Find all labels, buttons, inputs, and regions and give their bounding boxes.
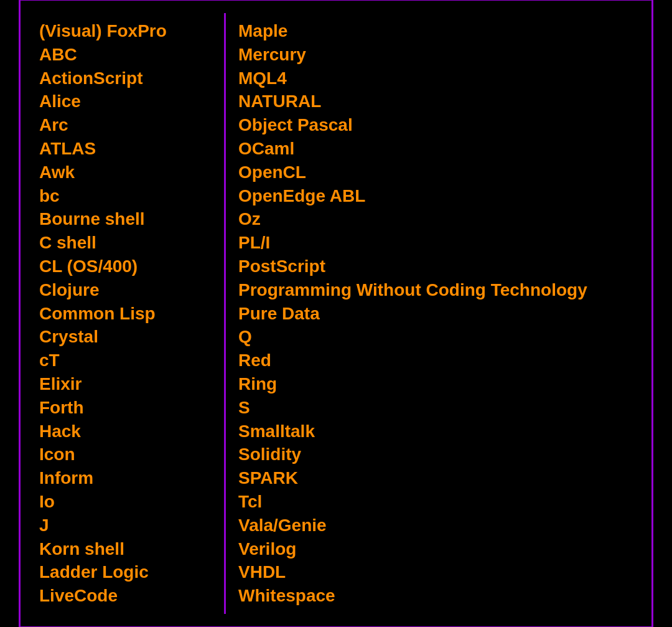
list-item: (Visual) FoxPro	[39, 19, 212, 43]
list-item: SPARK	[238, 466, 633, 490]
list-item: Awk	[39, 161, 212, 184]
list-item: Object Pascal	[238, 113, 633, 137]
list-item: Pure Data	[238, 302, 633, 326]
list-item: Bourne shell	[39, 207, 212, 231]
list-item: Solidity	[238, 443, 633, 466]
list-item: S	[238, 396, 633, 420]
list-item: CL (OS/400)	[39, 255, 212, 278]
list-item: Mercury	[238, 43, 633, 67]
list-item: Oz	[238, 207, 633, 231]
list-item: VHDL	[238, 560, 633, 584]
list-item: Q	[238, 325, 633, 349]
list-item: Crystal	[39, 325, 212, 349]
list-item: Common Lisp	[39, 302, 212, 326]
list-item: PostScript	[238, 255, 633, 278]
list-item: Whitespace	[238, 584, 633, 608]
list-item: NATURAL	[238, 90, 633, 113]
list-item: Programming Without Coding Technology	[238, 278, 633, 302]
list-item: MQL4	[238, 67, 633, 90]
list-item: Inform	[39, 466, 212, 490]
list-item: ABC	[39, 43, 212, 67]
list-item: Alice	[39, 90, 212, 113]
list-item: PL/I	[238, 231, 633, 255]
list-item: Forth	[39, 396, 212, 420]
list-item: ATLAS	[39, 137, 212, 161]
right-column: MapleMercuryMQL4NATURALObject PascalOCam…	[226, 13, 645, 614]
list-item: Maple	[238, 19, 633, 43]
list-item: Clojure	[39, 278, 212, 302]
list-item: Vala/Genie	[238, 514, 633, 537]
list-item: Arc	[39, 113, 212, 137]
list-item: C shell	[39, 231, 212, 255]
list-item: ActionScript	[39, 67, 212, 90]
list-item: Elixir	[39, 372, 212, 396]
list-item: Korn shell	[39, 537, 212, 561]
list-item: Red	[238, 349, 633, 372]
list-item: Io	[39, 490, 212, 514]
list-item: Ring	[238, 372, 633, 396]
list-item: cT	[39, 349, 212, 372]
main-container: (Visual) FoxProABCActionScriptAliceArcAT…	[19, 0, 653, 627]
list-item: bc	[39, 184, 212, 208]
list-item: Hack	[39, 420, 212, 443]
list-item: Icon	[39, 443, 212, 466]
list-item: OCaml	[238, 137, 633, 161]
list-item: OpenEdge ABL	[238, 184, 633, 208]
list-item: J	[39, 514, 212, 537]
list-item: OpenCL	[238, 161, 633, 184]
list-item: LiveCode	[39, 584, 212, 608]
list-item: Tcl	[238, 490, 633, 514]
list-item: Verilog	[238, 537, 633, 561]
list-item: Ladder Logic	[39, 560, 212, 584]
list-item: Smalltalk	[238, 420, 633, 443]
left-column: (Visual) FoxProABCActionScriptAliceArcAT…	[27, 13, 226, 614]
